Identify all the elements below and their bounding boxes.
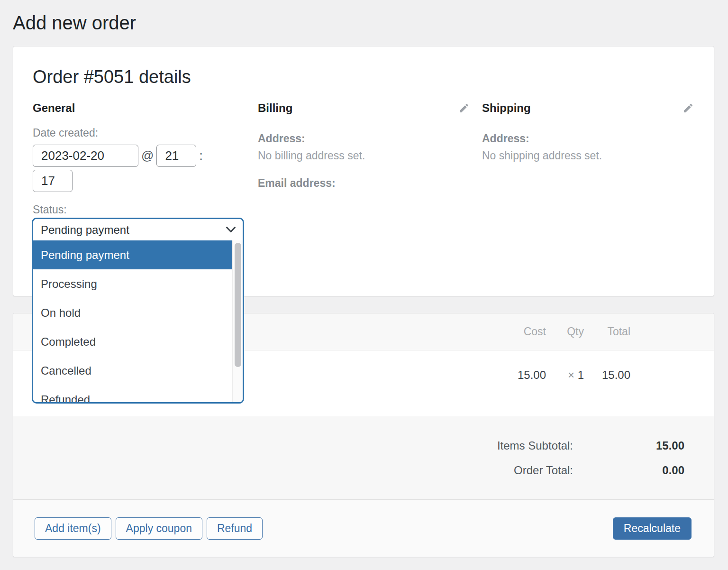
qty-value: 1 (578, 368, 584, 381)
item-total: 15.00 (584, 368, 630, 382)
recalculate-button[interactable]: Recalculate (613, 517, 692, 540)
shipping-column: Shipping Address: No shipping address se… (482, 101, 694, 162)
status-option-pending-payment[interactable]: Pending payment (33, 240, 232, 269)
items-actions-footer: Add item(s) Apply coupon Refund Recalcul… (13, 500, 714, 557)
apply-coupon-button[interactable]: Apply coupon (116, 517, 202, 540)
status-option-refunded[interactable]: Refunded (33, 385, 232, 404)
column-header-total: Total (584, 325, 630, 338)
dropdown-scrollbar-thumb[interactable] (235, 243, 241, 367)
date-created-input[interactable] (33, 145, 138, 167)
item-qty: × 1 (546, 368, 584, 382)
order-totals-section: Items Subtotal: 15.00 Order Total: 0.00 (13, 416, 714, 500)
date-created-label: Date created: (33, 127, 238, 139)
shipping-address-value: No shipping address set. (482, 149, 694, 162)
shipping-address-label: Address: (482, 132, 694, 145)
billing-column: Billing Address: No billing address set.… (258, 101, 470, 189)
status-options-list: Pending payment Processing On hold Compl… (33, 240, 232, 404)
refund-button[interactable]: Refund (207, 517, 263, 540)
pencil-icon (458, 102, 470, 114)
column-header-cost: Cost (489, 325, 546, 338)
pencil-icon (682, 102, 694, 114)
general-heading-row: General (33, 101, 238, 115)
add-items-button[interactable]: Add item(s) (35, 517, 111, 540)
hour-input[interactable] (156, 145, 196, 167)
order-total-value: 0.00 (573, 464, 684, 477)
item-cost: 15.00 (489, 368, 546, 382)
general-heading: General (33, 101, 75, 115)
billing-heading-row: Billing (258, 101, 470, 115)
page: Add new order Order #5051 details Genera… (0, 0, 728, 570)
minute-row (33, 170, 238, 192)
order-details-title: Order #5051 details (33, 66, 191, 87)
billing-address-value: No billing address set. (258, 149, 470, 162)
status-dropdown: Pending payment Pending payment Processi… (32, 218, 244, 404)
billing-email-label: Email address: (258, 177, 470, 189)
items-subtotal-value: 15.00 (573, 439, 684, 452)
status-option-completed[interactable]: Completed (33, 327, 232, 356)
status-label: Status: (33, 203, 238, 216)
items-subtotal-row: Items Subtotal: 15.00 (13, 439, 684, 453)
at-symbol: @ (141, 148, 154, 163)
order-total-label: Order Total: (514, 464, 573, 477)
date-time-row: @ : (33, 145, 238, 167)
billing-address-label: Address: (258, 132, 470, 145)
order-total-row: Order Total: 0.00 (13, 464, 684, 478)
qty-times-sign: × (568, 368, 574, 381)
shipping-heading-row: Shipping (482, 101, 694, 115)
chevron-down-icon (226, 226, 236, 233)
column-header-qty: Qty (546, 325, 584, 338)
status-option-processing[interactable]: Processing (33, 269, 232, 298)
dropdown-scrollbar-track[interactable] (232, 240, 243, 402)
status-option-cancelled[interactable]: Cancelled (33, 356, 232, 385)
edit-shipping-button[interactable] (682, 102, 694, 114)
status-option-on-hold[interactable]: On hold (33, 298, 232, 327)
billing-heading: Billing (258, 101, 292, 115)
status-selected-value: Pending payment (41, 223, 129, 237)
shipping-heading: Shipping (482, 101, 531, 115)
time-separator: : (199, 148, 202, 163)
items-subtotal-label: Items Subtotal: (497, 439, 573, 452)
edit-billing-button[interactable] (458, 102, 470, 114)
minute-input[interactable] (33, 170, 73, 192)
status-select[interactable]: Pending payment (33, 219, 243, 240)
general-column: General Date created: @ : Status: (33, 101, 238, 216)
status-options-menu: Pending payment Processing On hold Compl… (33, 240, 243, 402)
page-title: Add new order (13, 11, 136, 34)
